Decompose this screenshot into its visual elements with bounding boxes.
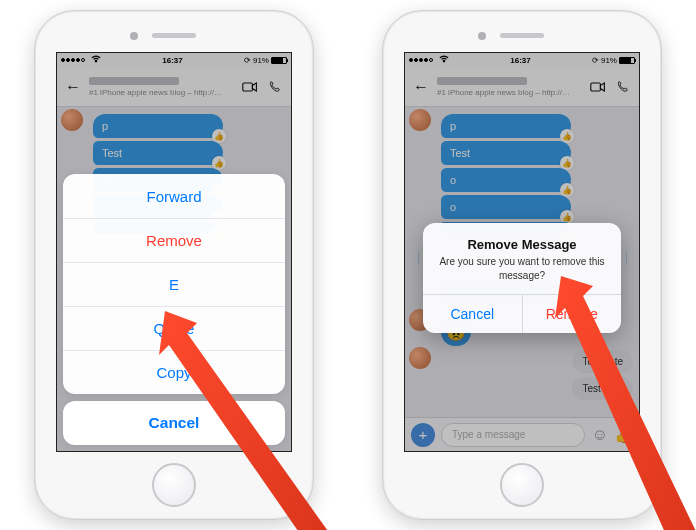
sheet-item-remove[interactable]: Remove bbox=[63, 218, 285, 262]
iphone-device-right: 16:37 ⟳ 91% ← #1 iPhone apple news blog … bbox=[382, 10, 662, 520]
action-sheet: Forward Remove E Quote Copy Cancel bbox=[63, 174, 285, 445]
alert-cancel-button[interactable]: Cancel bbox=[423, 295, 522, 333]
sheet-cancel-button[interactable]: Cancel bbox=[63, 401, 285, 445]
phone-screen-left: 16:37 ⟳ 91% ← #1 iPhone apple news blog … bbox=[56, 52, 292, 452]
iphone-device-left: 16:37 ⟳ 91% ← #1 iPhone apple news blog … bbox=[34, 10, 314, 520]
sheet-item-forward[interactable]: Forward bbox=[63, 174, 285, 218]
sheet-item-quote[interactable]: Quote bbox=[63, 306, 285, 350]
alert-message: Are you sure you want to remove this mes… bbox=[437, 255, 607, 282]
phone-speaker bbox=[152, 33, 196, 38]
sheet-item-e[interactable]: E bbox=[63, 262, 285, 306]
front-camera bbox=[478, 32, 486, 40]
remove-message-alert: Remove Message Are you sure you want to … bbox=[423, 223, 621, 333]
phone-speaker bbox=[500, 33, 544, 38]
front-camera bbox=[130, 32, 138, 40]
alert-buttons-row: Cancel Remove bbox=[423, 294, 621, 333]
alert-body: Remove Message Are you sure you want to … bbox=[423, 223, 621, 294]
tutorial-screenshots-stage: 16:37 ⟳ 91% ← #1 iPhone apple news blog … bbox=[0, 0, 696, 530]
alert-title: Remove Message bbox=[437, 237, 607, 252]
sheet-item-copy[interactable]: Copy bbox=[63, 350, 285, 394]
home-button[interactable] bbox=[152, 463, 196, 507]
alert-remove-button[interactable]: Remove bbox=[522, 295, 622, 333]
home-button[interactable] bbox=[500, 463, 544, 507]
phone-screen-right: 16:37 ⟳ 91% ← #1 iPhone apple news blog … bbox=[404, 52, 640, 452]
action-sheet-group: Forward Remove E Quote Copy bbox=[63, 174, 285, 394]
